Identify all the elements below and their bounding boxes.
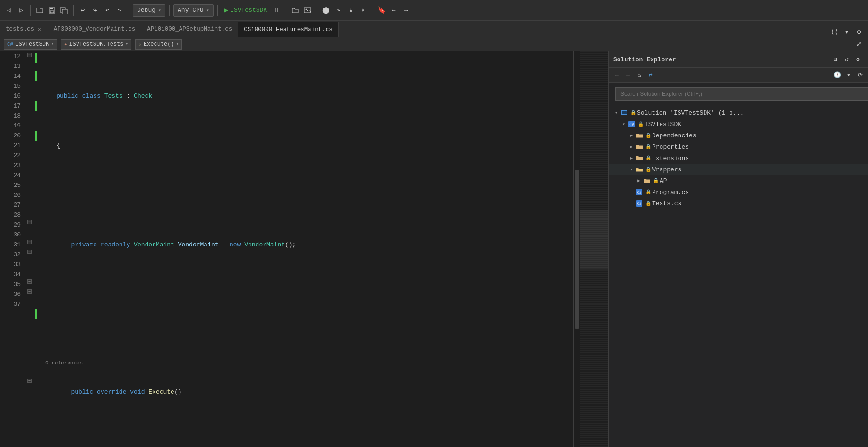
lock-icon-tests: 🔒 <box>645 201 651 206</box>
tree-item-solution[interactable]: ▾ 🔒 Solution 'ISVTestSDK' (1 p... <box>609 107 868 118</box>
tree-label-solution: Solution 'ISVTestSDK' (1 p... <box>637 110 744 117</box>
undo2-icon[interactable]: ↶ <box>102 5 112 16</box>
breakpoints-icon[interactable]: ⬤ <box>321 5 331 16</box>
method-nav-dropdown[interactable]: ⬦ Execute() ▾ <box>135 39 182 50</box>
svg-rect-1 <box>50 8 53 9</box>
solution-explorer-tree: ▾ 🔒 Solution 'ISVTestSDK' (1 p... ▾ C# <box>609 105 868 447</box>
tree-item-ap[interactable]: ▶ 🔒 AP <box>609 175 868 186</box>
line-num-35: 35 <box>0 279 21 289</box>
code-gutter: − − − − − − − <box>25 51 38 447</box>
tree-item-extensions[interactable]: ▶ 🔒 Extensions <box>609 152 868 164</box>
redo-icon[interactable]: ↪ <box>90 5 100 16</box>
code-content[interactable]: public class Tests : Check { private rea… <box>38 51 573 447</box>
tabs-scroll-left[interactable]: ⟨⟨ <box>829 26 840 37</box>
nav-forward-icon[interactable]: → <box>401 5 411 16</box>
tab-close-tests[interactable]: ✕ <box>37 26 42 33</box>
step-over-icon[interactable]: ↷ <box>333 5 344 16</box>
tree-item-properties[interactable]: ▶ 🔒 Properties <box>609 141 868 152</box>
image-icon[interactable] <box>302 5 313 16</box>
go-forward-icon[interactable]: ▷ <box>16 5 26 16</box>
chevron-dependencies[interactable]: ▶ <box>627 132 635 139</box>
save-all-icon[interactable] <box>59 5 69 16</box>
scroll-thumb[interactable] <box>575 170 579 328</box>
solution-explorer-title: Solution Explorer <box>613 56 676 63</box>
se-refresh-icon[interactable]: ⟳ <box>855 70 865 80</box>
cs-icon-program: C# <box>635 188 644 196</box>
toolbar-sep-2 <box>73 5 74 16</box>
code-editor[interactable]: 12 13 14 15 16 17 18 19 20 21 22 23 24 2… <box>0 51 608 447</box>
tree-label-extensions: Extensions <box>652 155 689 162</box>
expand-editor-btn[interactable]: ⤢ <box>854 39 864 50</box>
line-num-21: 21 <box>0 141 21 151</box>
se-home-button[interactable]: ⌂ <box>634 70 645 80</box>
project-nav-dropdown[interactable]: C# ISVTestSDK ▾ <box>4 39 57 50</box>
code-line-14 <box>42 190 573 200</box>
code-line-17: public override void Execute() <box>42 387 573 397</box>
tree-item-tests-cs[interactable]: ▶ C# 🔒 Tests.cs <box>609 198 868 209</box>
redo2-icon[interactable]: ↷ <box>114 5 125 16</box>
se-sync-button[interactable]: ⇄ <box>645 70 656 80</box>
se-filter-icon[interactable]: ▾ <box>843 70 854 80</box>
tab-tests-cs[interactable]: tests.cs ✕ <box>0 22 48 37</box>
tabs-settings[interactable]: ⚙ <box>854 26 864 37</box>
collapse-20[interactable]: − <box>27 240 32 244</box>
debug-config-arrow: ▾ <box>158 8 161 13</box>
green-14 <box>35 53 37 63</box>
platform-dropdown[interactable]: Any CPU ▾ <box>173 4 214 17</box>
chevron-solution[interactable]: ▾ <box>612 109 620 117</box>
save-icon[interactable] <box>47 5 57 16</box>
nav-back-icon[interactable]: ← <box>388 5 399 16</box>
chevron-project[interactable]: ▾ <box>620 120 627 128</box>
tab-cs100000[interactable]: CS100000_FeaturesMaint.cs <box>238 22 339 37</box>
tab-ap303000[interactable]: AP303000_VendorMaint.cs <box>48 22 142 37</box>
run-button[interactable]: ▶ ISVTestSDK <box>222 4 270 17</box>
tree-item-project[interactable]: ▾ C# 🔒 ISVTestSDK <box>609 118 868 130</box>
expand-icon[interactable]: ⤢ <box>854 39 864 50</box>
se-right-nav: 🕐 ▾ ⟳ <box>832 70 865 80</box>
solution-explorer-header: Solution Explorer ⊟ ↺ ⚙ <box>609 51 868 68</box>
bookmark-icon[interactable]: 🔖 <box>376 5 387 16</box>
collapse-12[interactable]: − <box>27 53 32 57</box>
se-btn-settings[interactable]: ⚙ <box>853 54 863 65</box>
open-file-icon[interactable] <box>34 5 45 16</box>
se-btn-refresh[interactable]: ↺ <box>842 54 852 65</box>
go-back-icon[interactable]: ◁ <box>4 5 14 16</box>
main-toolbar: ◁ ▷ ↩ ↪ ↶ ↷ Debug ▾ Any CPU ▾ ▶ ISVTestS… <box>0 0 868 21</box>
se-btn-collapse[interactable]: ⊟ <box>830 54 841 65</box>
tree-label-project: ISVTestSDK <box>645 121 681 128</box>
pause-icon[interactable]: ⏸ <box>272 5 282 16</box>
se-clock-icon[interactable]: 🕐 <box>832 70 842 80</box>
lock-icon-program: 🔒 <box>645 189 651 195</box>
method-nav-icon: ⬦ <box>138 42 142 47</box>
se-back-button[interactable]: ← <box>611 70 622 80</box>
tree-item-dependencies[interactable]: ▶ 🔒 Dependencies <box>609 130 868 141</box>
tree-item-wrappers[interactable]: ▾ 🔒 Wrappers <box>609 164 868 175</box>
line-num-29: 29 <box>0 220 21 230</box>
class-nav-dropdown[interactable]: ✦ ISVTestSDK.Tests ▾ <box>61 39 131 50</box>
debug-config-dropdown[interactable]: Debug ▾ <box>133 4 165 17</box>
open-folder-icon[interactable] <box>290 5 301 16</box>
line-numbers-gutter: 12 13 14 15 16 17 18 19 20 21 22 23 24 2… <box>0 51 25 447</box>
collapse-25[interactable]: − <box>27 289 32 294</box>
minimap <box>580 51 608 447</box>
undo-icon[interactable]: ↩ <box>77 5 88 16</box>
tabs-dropdown[interactable]: ▾ <box>842 26 852 37</box>
collapse-24[interactable]: − <box>27 279 32 284</box>
tree-label-tests-cs: Tests.cs <box>652 200 681 207</box>
step-out-icon[interactable]: ↟ <box>358 5 368 16</box>
collapse-33[interactable]: − <box>27 379 32 383</box>
chevron-properties[interactable]: ▶ <box>627 143 635 151</box>
collapse-17[interactable]: − <box>27 220 32 224</box>
folder-icon-properties <box>635 143 644 151</box>
chevron-extensions[interactable]: ▶ <box>627 154 635 162</box>
collapse-21[interactable]: − <box>27 250 32 254</box>
vertical-scrollbar[interactable] <box>573 51 580 447</box>
step-into-icon[interactable]: ↡ <box>345 5 356 16</box>
chevron-wrappers[interactable]: ▾ <box>627 166 635 173</box>
se-forward-button[interactable]: → <box>623 70 633 80</box>
lock-icon-deps: 🔒 <box>645 133 651 138</box>
solution-explorer-search[interactable] <box>615 87 868 101</box>
chevron-ap[interactable]: ▶ <box>635 177 643 185</box>
tab-ap101000[interactable]: AP101000_APSetupMaint.cs <box>141 22 238 37</box>
tree-item-program-cs[interactable]: ▶ C# 🔒 Program.cs <box>609 186 868 198</box>
